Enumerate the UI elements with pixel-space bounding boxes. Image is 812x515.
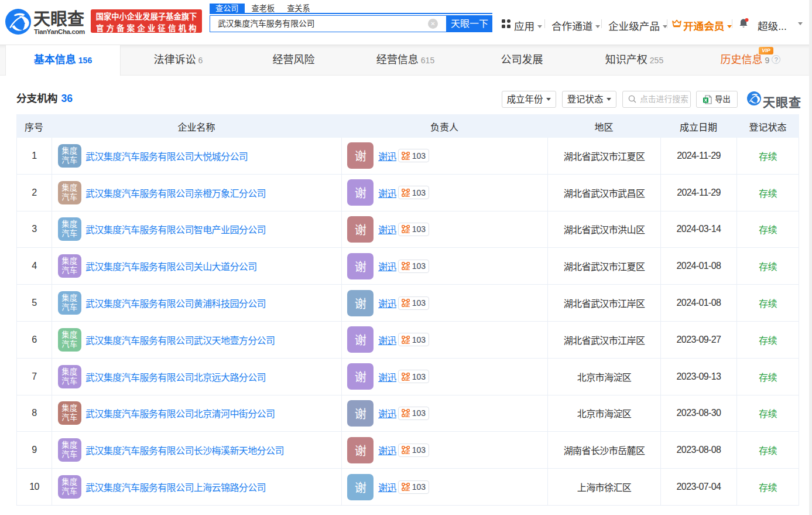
- svg-text:企: 企: [404, 191, 410, 197]
- svg-text:企: 企: [404, 264, 410, 270]
- svg-text:企: 企: [404, 227, 410, 233]
- svg-text:企: 企: [404, 375, 410, 381]
- svg-text:企: 企: [404, 154, 410, 160]
- svg-text:企: 企: [404, 448, 410, 454]
- svg-text:企: 企: [404, 411, 410, 417]
- svg-text:企: 企: [404, 338, 410, 344]
- svg-text:企: 企: [404, 301, 410, 307]
- svg-text:企: 企: [404, 485, 410, 491]
